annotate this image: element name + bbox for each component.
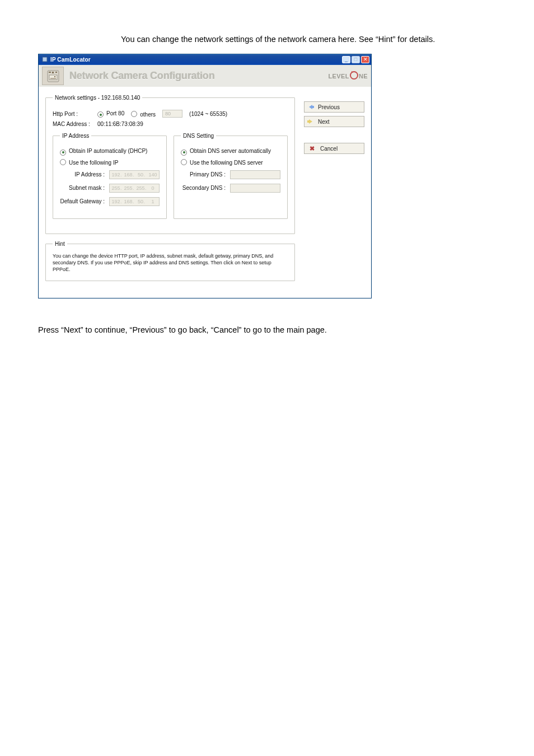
dns-legend: DNS Setting: [181, 133, 216, 139]
arrow-right-icon: [309, 119, 312, 124]
port-range: (1024 ~ 65535): [189, 111, 227, 117]
others-radio[interactable]: others: [131, 110, 156, 118]
static-ip-radio[interactable]: Use the following IP: [60, 158, 118, 166]
primary-dns-input: [230, 170, 280, 179]
svg-rect-6: [54, 76, 55, 77]
header-banner: Network Camera Configuration LEVELNE: [39, 65, 371, 87]
next-button[interactable]: Next: [304, 116, 364, 127]
titlebar: IP CamLocator _ □ ✕: [39, 54, 371, 65]
ip-address-legend: IP Address: [60, 133, 91, 139]
previous-button[interactable]: Previous: [304, 101, 364, 113]
svg-rect-0: [43, 57, 47, 62]
gateway-label: Default Gateway :: [60, 198, 105, 204]
port80-radio[interactable]: Port 80: [97, 110, 124, 118]
maximize-button: □: [352, 56, 360, 63]
subnet-mask-input: 2552552550: [109, 184, 160, 193]
app-window: IP CamLocator _ □ ✕ Network Camera Confi…: [38, 54, 372, 298]
network-settings-legend: Network settings - 192.168.50.140: [53, 95, 142, 101]
arrow-left-icon: [309, 105, 312, 109]
hint-legend: Hint: [53, 241, 67, 247]
app-icon: [41, 56, 48, 64]
ip-addr-label: IP Address :: [60, 171, 105, 178]
intro-text: You can change the network settings of t…: [38, 35, 496, 44]
emoticon-logo-icon: [42, 67, 64, 85]
mac-label: MAC Address :: [53, 121, 91, 127]
minimize-button[interactable]: _: [342, 56, 350, 63]
hint-text: You can change the device HTTP port, IP …: [53, 253, 288, 273]
cancel-button[interactable]: ✖ Cancel: [304, 143, 364, 154]
svg-rect-2: [49, 72, 51, 73]
ip-address-input: 19216850140: [109, 170, 160, 179]
hint-group: Hint You can change the device HTTP port…: [45, 241, 295, 281]
svg-rect-3: [52, 72, 54, 73]
secondary-dns-label: Secondary DNS :: [181, 185, 226, 191]
mac-value: 00:11:6B:73:08:39: [97, 121, 143, 127]
others-port-input: [162, 110, 182, 118]
next-label: Next: [318, 119, 330, 125]
outro-text: Press “Next” to continue, “Previous” to …: [38, 325, 496, 334]
dhcp-radio[interactable]: Obtain IP automatically (DHCP): [60, 148, 147, 155]
dns-manual-radio[interactable]: Use the following DNS server: [181, 158, 263, 166]
dns-auto-radio[interactable]: Obtain DNS server automatically: [181, 148, 271, 155]
cancel-x-icon: ✖: [309, 145, 315, 152]
subnet-label: Subnet mask :: [60, 185, 105, 191]
svg-rect-5: [49, 75, 57, 80]
secondary-dns-input: [230, 184, 280, 193]
ip-address-group: IP Address Obtain IP automatically (DHCP…: [53, 133, 167, 219]
close-button[interactable]: ✕: [361, 56, 369, 63]
window-title: IP CamLocator: [50, 57, 91, 63]
dns-setting-group: DNS Setting Obtain DNS server automatica…: [174, 133, 288, 219]
brand-logo: LEVELNE: [328, 72, 368, 80]
cancel-label: Cancel: [320, 146, 338, 152]
banner-title: Network Camera Configuration: [69, 70, 322, 82]
svg-rect-4: [55, 72, 57, 73]
previous-label: Previous: [318, 104, 340, 110]
primary-dns-label: Primary DNS :: [181, 171, 226, 178]
http-port-label: Http Port :: [53, 111, 91, 117]
gateway-input: 192168501: [109, 197, 160, 206]
network-settings-group: Network settings - 192.168.50.140 Http P…: [45, 95, 295, 234]
